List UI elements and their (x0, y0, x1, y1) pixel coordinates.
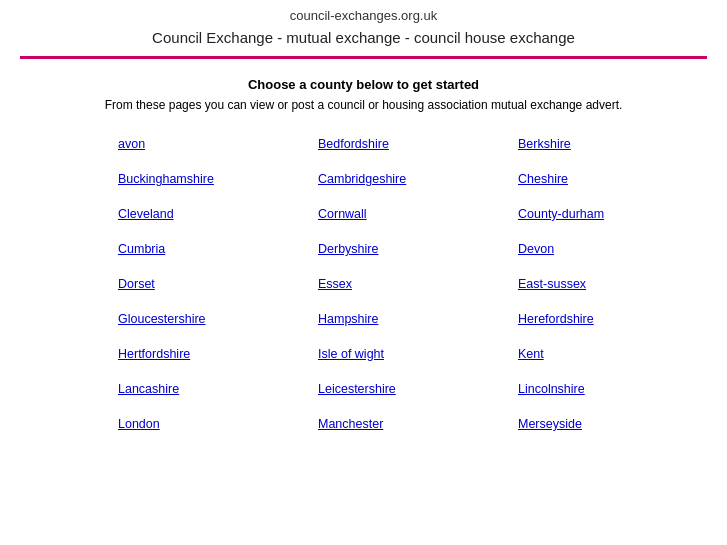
county-cell: Manchester (310, 406, 510, 441)
choose-heading: Choose a county below to get started (30, 77, 697, 92)
county-cell: East-sussex (510, 266, 710, 301)
county-cell: Berkshire (510, 126, 710, 161)
county-link[interactable]: County-durham (518, 207, 604, 221)
county-link[interactable]: Hampshire (318, 312, 378, 326)
county-cell: Gloucestershire (110, 301, 310, 336)
county-cell: Hertfordshire (110, 336, 310, 371)
county-cell: Cambridgeshire (310, 161, 510, 196)
county-link[interactable]: Derbyshire (318, 242, 378, 256)
county-cell: Buckinghamshire (110, 161, 310, 196)
site-header: council-exchanges.org.uk Council Exchang… (0, 0, 727, 50)
county-cell: Herefordshire (510, 301, 710, 336)
county-cell: Cheshire (510, 161, 710, 196)
description: From these pages you can view or post a … (30, 98, 697, 112)
site-title: Council Exchange - mutual exchange - cou… (0, 29, 727, 46)
county-cell: Merseyside (510, 406, 710, 441)
county-cell: avon (110, 126, 310, 161)
county-cell: Kent (510, 336, 710, 371)
county-link[interactable]: Berkshire (518, 137, 571, 151)
county-link[interactable]: Herefordshire (518, 312, 594, 326)
county-cell: Lancashire (110, 371, 310, 406)
county-link[interactable]: Isle of wight (318, 347, 384, 361)
county-cell: Bedfordshire (310, 126, 510, 161)
main-content: Choose a county below to get started Fro… (0, 59, 727, 451)
county-link[interactable]: London (118, 417, 160, 431)
county-cell: Cornwall (310, 196, 510, 231)
county-link[interactable]: avon (118, 137, 145, 151)
county-link[interactable]: Essex (318, 277, 352, 291)
county-cell: London (110, 406, 310, 441)
county-cell: County-durham (510, 196, 710, 231)
county-link[interactable]: Kent (518, 347, 544, 361)
county-link[interactable]: East-sussex (518, 277, 586, 291)
county-link[interactable]: Lancashire (118, 382, 179, 396)
county-link[interactable]: Cornwall (318, 207, 367, 221)
county-link[interactable]: Hertfordshire (118, 347, 190, 361)
county-cell: Lincolnshire (510, 371, 710, 406)
county-link[interactable]: Buckinghamshire (118, 172, 214, 186)
county-link[interactable]: Cheshire (518, 172, 568, 186)
county-link[interactable]: Lincolnshire (518, 382, 585, 396)
county-link[interactable]: Merseyside (518, 417, 582, 431)
county-link[interactable]: Bedfordshire (318, 137, 389, 151)
county-cell: Hampshire (310, 301, 510, 336)
county-link[interactable]: Devon (518, 242, 554, 256)
site-url: council-exchanges.org.uk (0, 8, 727, 23)
county-cell: Leicestershire (310, 371, 510, 406)
county-link[interactable]: Cambridgeshire (318, 172, 406, 186)
county-link[interactable]: Manchester (318, 417, 383, 431)
county-cell: Dorset (110, 266, 310, 301)
county-link[interactable]: Cumbria (118, 242, 165, 256)
county-link[interactable]: Gloucestershire (118, 312, 206, 326)
county-link[interactable]: Cleveland (118, 207, 174, 221)
county-cell: Isle of wight (310, 336, 510, 371)
county-cell: Devon (510, 231, 710, 266)
county-cell: Cleveland (110, 196, 310, 231)
county-link[interactable]: Leicestershire (318, 382, 396, 396)
county-grid: avonBedfordshireBerkshireBuckinghamshire… (110, 126, 697, 441)
county-cell: Derbyshire (310, 231, 510, 266)
county-link[interactable]: Dorset (118, 277, 155, 291)
county-cell: Essex (310, 266, 510, 301)
county-cell: Cumbria (110, 231, 310, 266)
